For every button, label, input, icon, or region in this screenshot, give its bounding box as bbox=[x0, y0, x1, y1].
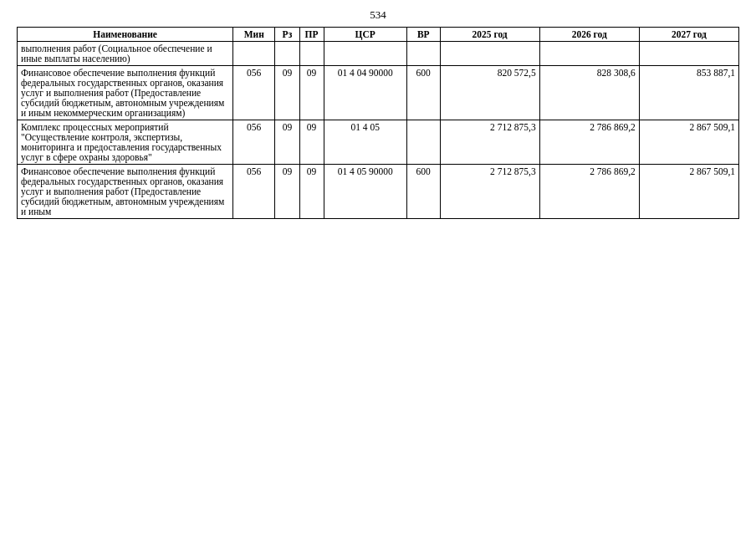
cell-y2027: 2 867 509,1 bbox=[639, 120, 738, 165]
cell-y2025: 2 712 875,3 bbox=[440, 165, 539, 219]
cell-y2025: 2 712 875,3 bbox=[440, 120, 539, 165]
cell-tsr: 01 4 04 90000 bbox=[324, 66, 406, 120]
cell-tsr bbox=[324, 42, 406, 66]
cell-y2025 bbox=[440, 42, 539, 66]
cell-tsr: 01 4 05 90000 bbox=[324, 165, 406, 219]
table-row: Комплекс процессных мероприятий "Осущест… bbox=[18, 120, 739, 165]
cell-name: выполнения работ (Социальное обеспечение… bbox=[18, 42, 233, 66]
cell-rz: 09 bbox=[275, 120, 299, 165]
col-header-2026: 2026 год bbox=[539, 28, 639, 42]
cell-rz bbox=[275, 42, 299, 66]
cell-name: Финансовое обеспечение выполнения функци… bbox=[18, 165, 233, 219]
col-header-vr: ВР bbox=[406, 28, 440, 42]
cell-pr: 09 bbox=[299, 165, 324, 219]
cell-tsr: 01 4 05 bbox=[324, 120, 406, 165]
cell-name: Финансовое обеспечение выполнения функци… bbox=[18, 66, 233, 120]
cell-name: Комплекс процессных мероприятий "Осущест… bbox=[18, 120, 233, 165]
cell-pr: 09 bbox=[299, 120, 324, 165]
cell-min: 056 bbox=[233, 66, 275, 120]
cell-pr: 09 bbox=[299, 66, 324, 120]
col-header-tsr: ЦСР bbox=[324, 28, 406, 42]
col-header-name: Наименование bbox=[18, 28, 233, 42]
cell-min: 056 bbox=[233, 120, 275, 165]
col-header-2025: 2025 год bbox=[440, 28, 539, 42]
cell-min bbox=[233, 42, 275, 66]
cell-y2027: 853 887,1 bbox=[639, 66, 738, 120]
cell-vr bbox=[406, 120, 440, 165]
cell-y2026: 828 308,6 bbox=[539, 66, 639, 120]
table-row: Финансовое обеспечение выполнения функци… bbox=[18, 66, 739, 120]
budget-table: Наименование Мин Рз ПР ЦСР ВР 2025 год 2… bbox=[17, 27, 739, 219]
page-number: 534 bbox=[17, 8, 739, 22]
cell-y2026: 2 786 869,2 bbox=[539, 165, 639, 219]
cell-pr bbox=[299, 42, 324, 66]
cell-y2025: 820 572,5 bbox=[440, 66, 539, 120]
table-row: Финансовое обеспечение выполнения функци… bbox=[18, 165, 739, 219]
table-row: выполнения работ (Социальное обеспечение… bbox=[18, 42, 739, 66]
col-header-rz: Рз bbox=[275, 28, 299, 42]
col-header-2027: 2027 год bbox=[639, 28, 738, 42]
cell-rz: 09 bbox=[275, 165, 299, 219]
cell-vr: 600 bbox=[406, 165, 440, 219]
cell-y2026: 2 786 869,2 bbox=[539, 120, 639, 165]
col-header-pr: ПР bbox=[299, 28, 324, 42]
col-header-min: Мин bbox=[233, 28, 275, 42]
cell-vr bbox=[406, 42, 440, 66]
cell-y2026 bbox=[539, 42, 639, 66]
cell-rz: 09 bbox=[275, 66, 299, 120]
cell-min: 056 bbox=[233, 165, 275, 219]
cell-y2027 bbox=[639, 42, 738, 66]
cell-y2027: 2 867 509,1 bbox=[639, 165, 738, 219]
cell-vr: 600 bbox=[406, 66, 440, 120]
